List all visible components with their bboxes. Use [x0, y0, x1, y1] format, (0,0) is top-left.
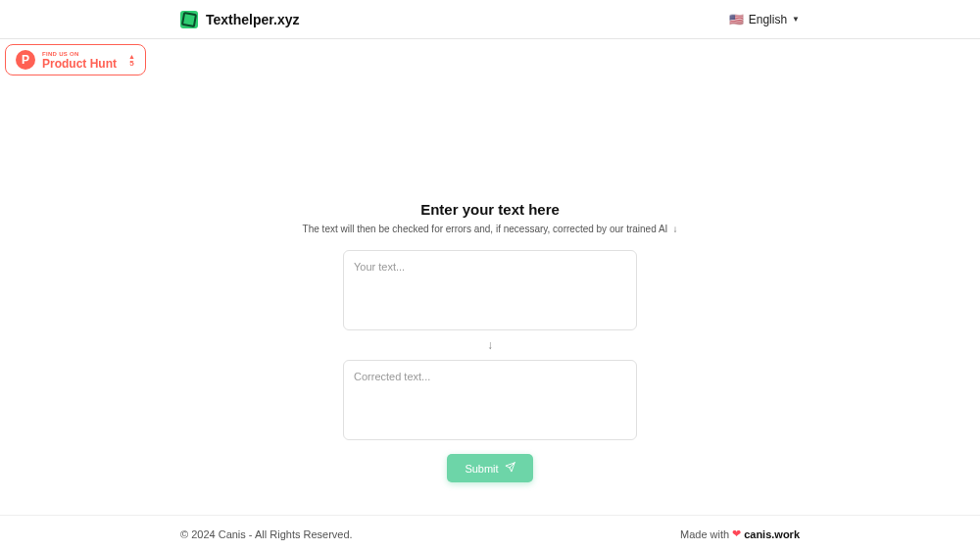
ph-upvote-count: 5	[129, 60, 133, 68]
submit-button[interactable]: Submit	[447, 454, 532, 482]
language-label: English	[749, 13, 787, 26]
made-with: Made with ❤ canis.work	[680, 527, 800, 540]
page-title: Enter your text here	[420, 201, 560, 218]
main-content: Enter your text here The text will then …	[0, 39, 980, 482]
logo-icon	[180, 11, 198, 28]
arrow-down-icon: ↓	[487, 338, 493, 352]
send-icon	[505, 462, 515, 475]
flag-icon: 🇺🇸	[729, 13, 744, 26]
product-hunt-icon: P	[16, 50, 35, 70]
header: Texthelper.xyz 🇺🇸 English ▼	[0, 0, 980, 39]
arrow-down-icon: ↓	[672, 224, 677, 234]
ph-upvote: ▲ 5	[128, 53, 135, 68]
ph-top-label: FIND US ON	[42, 51, 117, 57]
brand-name: Texthelper.xyz	[206, 12, 299, 27]
page-subtitle: The text will then be checked for errors…	[303, 224, 678, 234]
input-textarea[interactable]	[343, 250, 637, 330]
submit-label: Submit	[465, 463, 498, 475]
product-hunt-badge[interactable]: P FIND US ON Product Hunt ▲ 5	[5, 44, 146, 75]
language-selector[interactable]: 🇺🇸 English ▼	[729, 13, 800, 26]
heart-icon: ❤	[732, 527, 741, 540]
output-textarea[interactable]	[343, 360, 637, 440]
footer: © 2024 Canis - All Rights Reserved. Made…	[0, 515, 980, 552]
brand-logo-wrap[interactable]: Texthelper.xyz	[180, 11, 299, 28]
canis-link[interactable]: canis.work	[744, 528, 800, 540]
chevron-down-icon: ▼	[792, 15, 800, 24]
ph-bottom-label: Product Hunt	[42, 58, 117, 70]
copyright-text: © 2024 Canis - All Rights Reserved.	[180, 528, 353, 540]
